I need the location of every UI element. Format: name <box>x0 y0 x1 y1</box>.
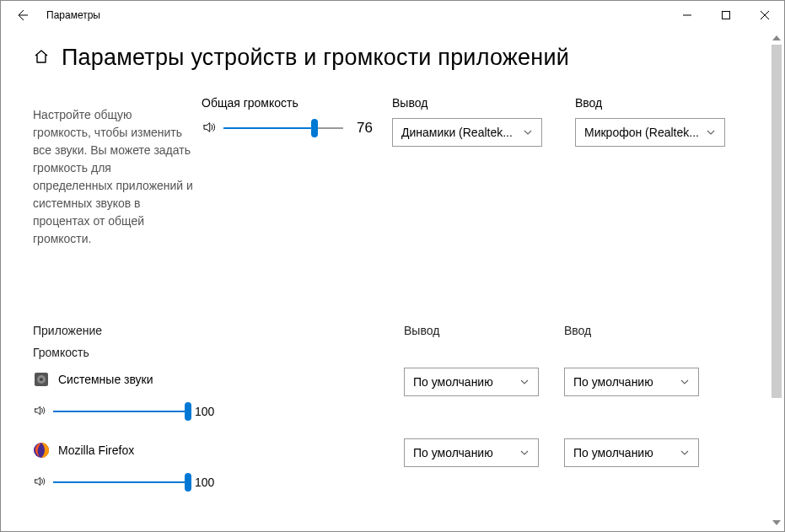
back-button[interactable] <box>8 1 38 30</box>
master-section: Настройте общую громкость, чтобы изменит… <box>33 96 761 248</box>
svg-rect-0 <box>723 12 730 19</box>
app-input-select[interactable]: По умолчанию <box>564 438 699 467</box>
close-icon <box>761 11 769 19</box>
column-header-input: Ввод <box>564 324 724 337</box>
scroll-thumb[interactable] <box>772 45 782 398</box>
master-volume-value: 76 <box>350 120 379 137</box>
speaker-icon[interactable] <box>33 475 46 491</box>
speaker-icon[interactable] <box>202 120 217 137</box>
app-name: Системные звуки <box>58 373 153 386</box>
app-volume-value: 100 <box>195 476 214 489</box>
app-volume-value: 100 <box>195 405 214 418</box>
home-button[interactable] <box>33 48 50 67</box>
output-device-value: Динамики (Realtek... <box>401 126 513 139</box>
close-button[interactable] <box>745 1 784 30</box>
app-row: Mozilla Firefox По умолчанию По умолчани… <box>33 437 761 469</box>
slider-fill <box>223 127 315 129</box>
column-header-app: Приложение <box>33 324 404 337</box>
app-volume-row: 100 <box>33 401 761 422</box>
app-volume-slider[interactable] <box>53 401 188 422</box>
output-label: Вывод <box>392 96 556 110</box>
app-volume-row: 100 <box>33 472 761 492</box>
scroll-down-arrow[interactable] <box>770 516 783 529</box>
chevron-down-icon <box>519 448 530 458</box>
master-volume-slider[interactable] <box>223 118 343 138</box>
back-arrow-icon <box>16 8 30 22</box>
description-text: Настройте общую громкость, чтобы изменит… <box>33 96 193 248</box>
page-title: Параметры устройств и громкости приложен… <box>62 45 569 71</box>
firefox-icon <box>33 442 50 459</box>
home-icon <box>33 48 50 65</box>
app-output-select[interactable]: По умолчанию <box>404 438 539 467</box>
app-volume-slider[interactable] <box>53 472 188 492</box>
master-volume-label: Общая громкость <box>202 96 379 110</box>
heading-row: Параметры устройств и громкости приложен… <box>33 45 761 71</box>
content-area: Параметры устройств и громкости приложен… <box>1 30 784 531</box>
window-controls <box>668 1 784 30</box>
chevron-down-icon <box>706 127 716 137</box>
master-volume-row: 76 <box>202 118 379 138</box>
input-device-select[interactable]: Микрофон (Realtek... <box>575 118 725 147</box>
chevron-down-icon <box>523 127 533 137</box>
chevron-down-icon <box>680 448 690 458</box>
maximize-button[interactable] <box>707 1 745 30</box>
app-row: Системные звуки По умолчанию По умолчани… <box>33 366 761 398</box>
chevron-down-icon <box>680 377 690 387</box>
column-headers: Приложение Вывод Ввод <box>33 324 761 337</box>
column-header-output: Вывод <box>404 324 564 337</box>
app-name: Mozilla Firefox <box>58 443 134 457</box>
input-label: Ввод <box>575 96 739 110</box>
input-device-value: Микрофон (Realtek... <box>584 126 699 139</box>
speaker-icon[interactable] <box>33 404 46 420</box>
scroll-track[interactable] <box>770 45 783 516</box>
chevron-down-icon <box>519 377 530 387</box>
master-volume-column: Общая громкость 76 <box>202 96 379 138</box>
volume-subheader: Громкость <box>33 346 761 359</box>
window-title: Параметры <box>38 9 100 21</box>
apps-section: Приложение Вывод Ввод Громкость Системны… <box>33 324 761 492</box>
system-sounds-icon <box>33 371 50 388</box>
output-device-column: Вывод Динамики (Realtek... <box>392 96 556 147</box>
vertical-scrollbar[interactable] <box>770 31 783 529</box>
output-device-select[interactable]: Динамики (Realtek... <box>392 118 542 147</box>
maximize-icon <box>722 11 730 19</box>
svg-point-3 <box>40 378 43 381</box>
minimize-button[interactable] <box>668 1 707 30</box>
scroll-up-arrow[interactable] <box>770 31 783 45</box>
slider-thumb[interactable] <box>311 119 318 137</box>
app-output-select[interactable]: По умолчанию <box>404 368 539 396</box>
app-input-select[interactable]: По умолчанию <box>564 368 699 396</box>
input-device-column: Ввод Микрофон (Realtek... <box>575 96 739 147</box>
titlebar: Параметры <box>1 1 784 30</box>
minimize-icon <box>683 11 691 19</box>
